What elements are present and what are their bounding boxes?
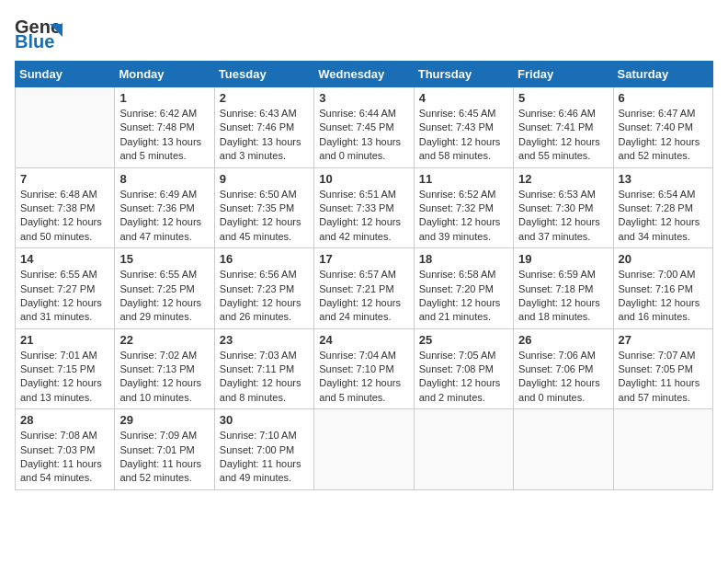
calendar-week-5: 28Sunrise: 7:08 AM Sunset: 7:03 PM Dayli… (16, 409, 713, 490)
calendar-cell: 30Sunrise: 7:10 AM Sunset: 7:00 PM Dayli… (214, 409, 313, 490)
day-info: Sunrise: 7:02 AM Sunset: 7:13 PM Dayligh… (119, 349, 209, 406)
day-info: Sunrise: 7:04 AM Sunset: 7:10 PM Dayligh… (319, 349, 408, 406)
calendar-table: SundayMondayTuesdayWednesdayThursdayFrid… (15, 61, 713, 490)
calendar-cell: 18Sunrise: 6:58 AM Sunset: 7:20 PM Dayli… (414, 248, 513, 329)
day-info: Sunrise: 6:50 AM Sunset: 7:35 PM Dayligh… (220, 188, 309, 245)
calendar-cell: 4Sunrise: 6:45 AM Sunset: 7:43 PM Daylig… (414, 87, 513, 168)
calendar-cell: 25Sunrise: 7:05 AM Sunset: 7:08 PM Dayli… (414, 328, 513, 409)
calendar-cell: 10Sunrise: 6:51 AM Sunset: 7:33 PM Dayli… (314, 167, 414, 248)
calendar-cell: 16Sunrise: 6:56 AM Sunset: 7:23 PM Dayli… (214, 248, 313, 329)
day-number: 4 (419, 91, 508, 105)
day-info: Sunrise: 6:59 AM Sunset: 7:18 PM Dayligh… (518, 268, 608, 325)
calendar-week-4: 21Sunrise: 7:01 AM Sunset: 7:15 PM Dayli… (16, 328, 713, 409)
day-number: 29 (119, 413, 209, 427)
day-info: Sunrise: 7:00 AM Sunset: 7:16 PM Dayligh… (619, 268, 708, 325)
day-number: 16 (220, 252, 309, 266)
day-number: 26 (518, 333, 608, 347)
calendar-cell: 3Sunrise: 6:44 AM Sunset: 7:45 PM Daylig… (314, 87, 414, 168)
day-number: 30 (220, 413, 309, 427)
weekday-header-wednesday: Wednesday (314, 62, 414, 87)
day-info: Sunrise: 7:08 AM Sunset: 7:03 PM Dayligh… (20, 429, 109, 486)
day-info: Sunrise: 6:54 AM Sunset: 7:28 PM Dayligh… (619, 188, 708, 245)
weekday-header-tuesday: Tuesday (214, 62, 313, 87)
day-info: Sunrise: 6:49 AM Sunset: 7:36 PM Dayligh… (119, 188, 209, 245)
calendar-cell: 12Sunrise: 6:53 AM Sunset: 7:30 PM Dayli… (514, 167, 613, 248)
weekday-header-friday: Friday (514, 62, 613, 87)
day-info: Sunrise: 6:46 AM Sunset: 7:41 PM Dayligh… (518, 107, 608, 164)
svg-text:Blue: Blue (15, 31, 54, 52)
calendar-cell: 8Sunrise: 6:49 AM Sunset: 7:36 PM Daylig… (115, 167, 214, 248)
day-number: 18 (419, 252, 508, 266)
calendar-cell: 6Sunrise: 6:47 AM Sunset: 7:40 PM Daylig… (613, 87, 712, 168)
day-number: 5 (518, 91, 608, 105)
day-info: Sunrise: 7:06 AM Sunset: 7:06 PM Dayligh… (518, 349, 608, 406)
calendar-cell: 7Sunrise: 6:48 AM Sunset: 7:38 PM Daylig… (16, 167, 115, 248)
day-info: Sunrise: 6:53 AM Sunset: 7:30 PM Dayligh… (518, 188, 608, 245)
calendar-cell: 1Sunrise: 6:42 AM Sunset: 7:48 PM Daylig… (115, 87, 214, 168)
calendar-cell: 29Sunrise: 7:09 AM Sunset: 7:01 PM Dayli… (115, 409, 214, 490)
calendar-cell: 21Sunrise: 7:01 AM Sunset: 7:15 PM Dayli… (16, 328, 115, 409)
day-info: Sunrise: 7:01 AM Sunset: 7:15 PM Dayligh… (20, 349, 109, 406)
day-info: Sunrise: 6:55 AM Sunset: 7:25 PM Dayligh… (119, 268, 209, 325)
weekday-header-row: SundayMondayTuesdayWednesdayThursdayFrid… (16, 62, 713, 87)
calendar-cell (613, 409, 712, 490)
calendar-cell: 26Sunrise: 7:06 AM Sunset: 7:06 PM Dayli… (514, 328, 613, 409)
calendar-week-3: 14Sunrise: 6:55 AM Sunset: 7:27 PM Dayli… (16, 248, 713, 329)
calendar-cell: 14Sunrise: 6:55 AM Sunset: 7:27 PM Dayli… (16, 248, 115, 329)
logo-icon: General Blue (15, 15, 63, 53)
day-number: 22 (119, 333, 209, 347)
calendar-cell: 11Sunrise: 6:52 AM Sunset: 7:32 PM Dayli… (414, 167, 513, 248)
day-number: 2 (220, 91, 309, 105)
page-header: General Blue (15, 15, 713, 53)
calendar-cell (314, 409, 414, 490)
day-info: Sunrise: 6:55 AM Sunset: 7:27 PM Dayligh… (20, 268, 109, 325)
calendar-cell: 13Sunrise: 6:54 AM Sunset: 7:28 PM Dayli… (613, 167, 712, 248)
day-number: 10 (319, 172, 408, 186)
day-number: 23 (220, 333, 309, 347)
day-info: Sunrise: 6:43 AM Sunset: 7:46 PM Dayligh… (220, 107, 309, 164)
calendar-cell: 9Sunrise: 6:50 AM Sunset: 7:35 PM Daylig… (214, 167, 313, 248)
day-number: 1 (119, 91, 209, 105)
day-info: Sunrise: 6:52 AM Sunset: 7:32 PM Dayligh… (419, 188, 508, 245)
calendar-cell: 23Sunrise: 7:03 AM Sunset: 7:11 PM Dayli… (214, 328, 313, 409)
day-number: 21 (20, 333, 109, 347)
weekday-header-thursday: Thursday (414, 62, 513, 87)
day-info: Sunrise: 7:09 AM Sunset: 7:01 PM Dayligh… (119, 429, 209, 486)
calendar-cell: 19Sunrise: 6:59 AM Sunset: 7:18 PM Dayli… (514, 248, 613, 329)
calendar-week-1: 1Sunrise: 6:42 AM Sunset: 7:48 PM Daylig… (16, 87, 713, 168)
day-number: 28 (20, 413, 109, 427)
calendar-cell: 5Sunrise: 6:46 AM Sunset: 7:41 PM Daylig… (514, 87, 613, 168)
day-number: 17 (319, 252, 408, 266)
day-info: Sunrise: 6:44 AM Sunset: 7:45 PM Dayligh… (319, 107, 408, 164)
weekday-header-saturday: Saturday (613, 62, 712, 87)
day-info: Sunrise: 6:51 AM Sunset: 7:33 PM Dayligh… (319, 188, 408, 245)
calendar-cell: 27Sunrise: 7:07 AM Sunset: 7:05 PM Dayli… (613, 328, 712, 409)
day-info: Sunrise: 7:05 AM Sunset: 7:08 PM Dayligh… (419, 349, 508, 406)
day-number: 7 (20, 172, 109, 186)
calendar-cell: 28Sunrise: 7:08 AM Sunset: 7:03 PM Dayli… (16, 409, 115, 490)
calendar-cell: 20Sunrise: 7:00 AM Sunset: 7:16 PM Dayli… (613, 248, 712, 329)
day-number: 20 (619, 252, 708, 266)
calendar-cell: 17Sunrise: 6:57 AM Sunset: 7:21 PM Dayli… (314, 248, 414, 329)
day-info: Sunrise: 6:57 AM Sunset: 7:21 PM Dayligh… (319, 268, 408, 325)
day-info: Sunrise: 6:58 AM Sunset: 7:20 PM Dayligh… (419, 268, 508, 325)
day-number: 19 (518, 252, 608, 266)
calendar-cell: 15Sunrise: 6:55 AM Sunset: 7:25 PM Dayli… (115, 248, 214, 329)
day-number: 6 (619, 91, 708, 105)
day-info: Sunrise: 6:45 AM Sunset: 7:43 PM Dayligh… (419, 107, 508, 164)
day-number: 14 (20, 252, 109, 266)
day-number: 12 (518, 172, 608, 186)
day-number: 13 (619, 172, 708, 186)
day-info: Sunrise: 6:48 AM Sunset: 7:38 PM Dayligh… (20, 188, 109, 245)
day-info: Sunrise: 7:03 AM Sunset: 7:11 PM Dayligh… (220, 349, 309, 406)
calendar-cell (16, 87, 115, 168)
calendar-cell (414, 409, 513, 490)
day-info: Sunrise: 6:56 AM Sunset: 7:23 PM Dayligh… (220, 268, 309, 325)
day-info: Sunrise: 7:07 AM Sunset: 7:05 PM Dayligh… (619, 349, 708, 406)
calendar-cell (514, 409, 613, 490)
day-number: 3 (319, 91, 408, 105)
day-number: 9 (220, 172, 309, 186)
logo: General Blue (15, 15, 63, 53)
day-info: Sunrise: 7:10 AM Sunset: 7:00 PM Dayligh… (220, 429, 309, 486)
day-number: 24 (319, 333, 408, 347)
